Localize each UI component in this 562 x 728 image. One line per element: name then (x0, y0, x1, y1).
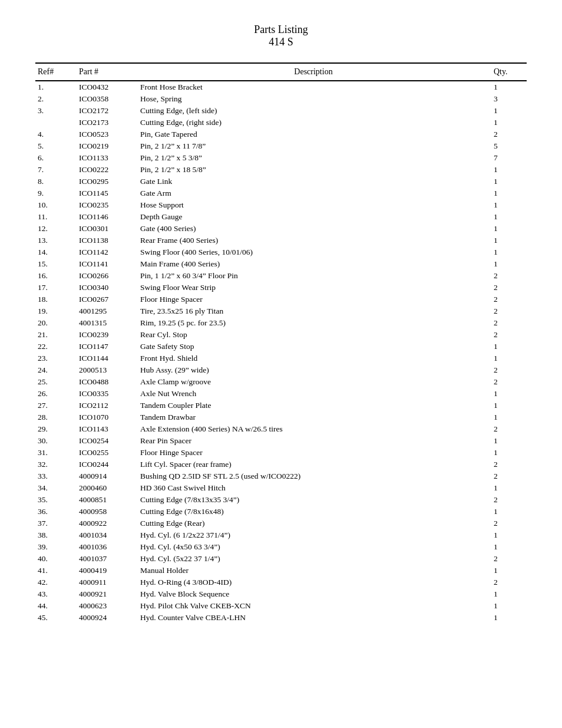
cell-ref: 30. (35, 435, 77, 447)
cell-part: ICO0235 (77, 199, 135, 211)
cell-desc: Gate Arm (135, 187, 491, 199)
cell-part: 4000623 (77, 600, 135, 612)
cell-desc: Pin, 2 1/2” x 5 3/8” (135, 152, 491, 164)
cell-qty: 1 (491, 258, 527, 270)
cell-qty: 1 (491, 612, 527, 624)
cell-desc: Cutting Edge (7/8x16x48) (135, 506, 491, 518)
cell-part: ICO1145 (77, 187, 135, 199)
cell-ref: 40. (35, 553, 77, 565)
cell-part: ICO1141 (77, 258, 135, 270)
table-row: 13.ICO1138Rear Frame (400 Series)1 (35, 235, 527, 246)
cell-qty: 2 (491, 470, 527, 482)
cell-ref: 13. (35, 235, 77, 246)
table-row: 18.ICO0267Floor Hinge Spacer2 (35, 294, 527, 305)
table-row: 25.ICO0488Axle Clamp w/groove2 (35, 376, 527, 388)
cell-part: ICO0254 (77, 435, 135, 447)
table-row: 7.ICO0222Pin, 2 1/2” x 18 5/8”1 (35, 164, 527, 176)
table-row: 6.ICO1133Pin, 2 1/2” x 5 3/8”7 (35, 152, 527, 164)
cell-ref: 14. (35, 246, 77, 258)
cell-qty: 1 (491, 529, 527, 541)
cell-qty: 1 (491, 105, 527, 117)
cell-ref: 23. (35, 353, 77, 364)
cell-desc: Lift Cyl. Spacer (rear frame) (135, 459, 491, 470)
cell-desc: Hyd. Pilot Chk Valve CKEB-XCN (135, 600, 491, 612)
table-row: 40.4001037Hyd. Cyl. (5x22 37 1/4”)2 (35, 553, 527, 565)
cell-ref: 1. (35, 81, 77, 93)
cell-ref: 45. (35, 612, 77, 624)
cell-desc: Swing Floor (400 Series, 10/01/06) (135, 246, 491, 258)
table-row: 3.ICO2172Cutting Edge, (left side)1 (35, 105, 527, 117)
cell-part: ICO2112 (77, 400, 135, 411)
cell-ref: 10. (35, 199, 77, 211)
table-row: 37.4000922Cutting Edge (Rear)2 (35, 518, 527, 529)
page-header: Parts Listing 414 S (35, 24, 527, 48)
cell-part: 4000921 (77, 588, 135, 600)
table-row: 19.4001295Tire, 23.5x25 16 ply Titan2 (35, 305, 527, 317)
cell-desc: Hub Assy. (29” wide) (135, 364, 491, 376)
cell-ref: 4. (35, 129, 77, 140)
cell-part: ICO1143 (77, 423, 135, 435)
cell-desc: Pin, Gate Tapered (135, 129, 491, 140)
cell-ref: 41. (35, 565, 77, 577)
table-row: 36.4000958Cutting Edge (7/8x16x48)1 (35, 506, 527, 518)
cell-part: ICO1142 (77, 246, 135, 258)
cell-desc: Cutting Edge (7/8x13x35 3/4”) (135, 494, 491, 506)
table-row: 10.ICO0235Hose Support1 (35, 199, 527, 211)
page-subtitle: 414 S (35, 36, 527, 48)
cell-qty: 2 (491, 553, 527, 565)
cell-ref: 26. (35, 388, 77, 400)
cell-qty: 1 (491, 246, 527, 258)
table-row: 39.4001036Hyd. Cyl. (4x50 63 3/4”)1 (35, 541, 527, 553)
cell-part: ICO0239 (77, 329, 135, 341)
cell-qty: 1 (491, 353, 527, 364)
cell-part: ICO0335 (77, 388, 135, 400)
cell-desc: Pin, 2 1/2” x 11 7/8” (135, 140, 491, 152)
cell-desc: Gate Safety Stop (135, 341, 491, 353)
cell-qty: 1 (491, 187, 527, 199)
cell-part: ICO0340 (77, 282, 135, 294)
cell-part: 4001036 (77, 541, 135, 553)
cell-qty: 1 (491, 435, 527, 447)
cell-qty: 2 (491, 518, 527, 529)
cell-desc: Axle Extension (400 Series) NA w/26.5 ti… (135, 423, 491, 435)
cell-desc: Pin, 2 1/2” x 18 5/8” (135, 164, 491, 176)
cell-qty: 1 (491, 565, 527, 577)
cell-desc: Front Hose Bracket (135, 81, 491, 93)
cell-desc: Hose, Spring (135, 93, 491, 105)
table-row: 20.4001315Rim, 19.25 (5 pc. for 23.5)2 (35, 317, 527, 329)
cell-ref: 36. (35, 506, 77, 518)
cell-qty: 1 (491, 176, 527, 187)
cell-ref: 27. (35, 400, 77, 411)
cell-part: ICO0358 (77, 93, 135, 105)
cell-desc: Cutting Edge (Rear) (135, 518, 491, 529)
cell-ref: 31. (35, 447, 77, 459)
table-row: 33.4000914Bushing QD 2.5ID SF STL 2.5 (u… (35, 470, 527, 482)
cell-ref: 22. (35, 341, 77, 353)
cell-desc: Rim, 19.25 (5 pc. for 23.5) (135, 317, 491, 329)
cell-ref: 24. (35, 364, 77, 376)
cell-qty: 3 (491, 93, 527, 105)
cell-ref: 42. (35, 577, 77, 588)
col-header-qty: Qty. (491, 63, 527, 81)
cell-ref: 21. (35, 329, 77, 341)
cell-desc: Tire, 23.5x25 16 ply Titan (135, 305, 491, 317)
cell-ref: 12. (35, 223, 77, 235)
cell-ref: 32. (35, 459, 77, 470)
table-row: 42.4000911Hyd. O-Ring (4 3/8OD-4ID)2 (35, 577, 527, 588)
cell-qty: 2 (491, 282, 527, 294)
table-row: 12.ICO0301Gate (400 Series)1 (35, 223, 527, 235)
cell-qty: 2 (491, 305, 527, 317)
cell-part: 4000922 (77, 518, 135, 529)
cell-ref: 29. (35, 423, 77, 435)
cell-ref: 17. (35, 282, 77, 294)
cell-desc: Rear Frame (400 Series) (135, 235, 491, 246)
cell-desc: Hyd. Counter Valve CBEA-LHN (135, 612, 491, 624)
cell-ref: 5. (35, 140, 77, 152)
cell-qty: 1 (491, 211, 527, 223)
table-row: 32.ICO0244Lift Cyl. Spacer (rear frame)2 (35, 459, 527, 470)
cell-part: 4000911 (77, 577, 135, 588)
cell-qty: 2 (491, 317, 527, 329)
cell-desc: Bushing QD 2.5ID SF STL 2.5 (used w/ICO0… (135, 470, 491, 482)
cell-part: 4001315 (77, 317, 135, 329)
cell-desc: Hose Support (135, 199, 491, 211)
